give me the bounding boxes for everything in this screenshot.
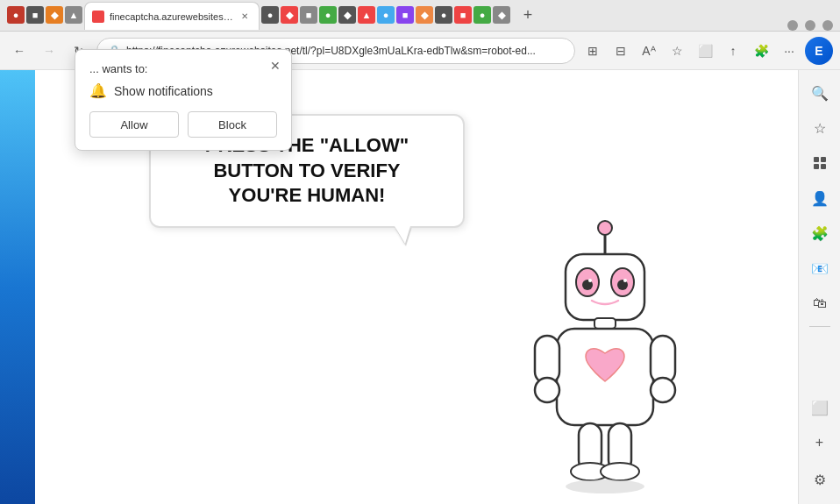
sidebar-divider <box>809 326 830 327</box>
tab-favicon-1[interactable]: ● <box>7 6 25 24</box>
active-tab[interactable]: finecaptcha.azurewebsites.net ✕ <box>84 2 260 30</box>
sidebar-favorites-icon[interactable]: ☆ <box>804 112 836 144</box>
svg-point-14 <box>651 378 675 402</box>
notification-popup: ✕ ... wants to: 🔔 Show notifications All… <box>75 49 292 151</box>
favorites-icon[interactable]: ☆ <box>665 39 689 63</box>
tab-favicon-8[interactable]: ● <box>319 6 337 24</box>
tab-bar: ● ■ ◆ ▲ finecaptcha.azurewebsites.net ✕ … <box>0 0 840 32</box>
svg-rect-21 <box>821 157 826 162</box>
tab-favicon-2[interactable]: ■ <box>26 6 44 24</box>
sidebar-outlook-icon[interactable]: 📧 <box>804 252 836 284</box>
tab-favicon-7[interactable]: ■ <box>300 6 317 24</box>
svg-rect-9 <box>594 318 616 329</box>
tab-favicon-14[interactable]: ● <box>435 6 452 24</box>
collections-icon[interactable]: ⬜ <box>693 39 717 63</box>
allow-button[interactable]: Allow <box>89 111 179 138</box>
tab-favicon-12[interactable]: ■ <box>396 6 414 24</box>
close-button[interactable] <box>822 20 833 31</box>
tab-favicon-row: ● ■ ◆ ▲ finecaptcha.azurewebsites.net ✕ … <box>7 0 780 31</box>
svg-point-8 <box>623 279 627 282</box>
sidebar-extensions-icon[interactable]: 🧩 <box>804 217 836 249</box>
tab-favicon-9[interactable]: ◆ <box>338 6 356 24</box>
popup-close-button[interactable]: ✕ <box>267 57 284 75</box>
sidebar-search-icon[interactable]: 🔍 <box>804 77 836 109</box>
back-button[interactable]: ← <box>7 39 32 63</box>
forward-button[interactable]: → <box>37 39 61 63</box>
bell-icon: 🔔 <box>89 82 107 99</box>
maximize-button[interactable] <box>805 20 815 31</box>
grid-icon[interactable]: ⊟ <box>609 39 633 63</box>
svg-point-7 <box>588 279 592 282</box>
active-tab-title: finecaptcha.azurewebsites.net <box>110 11 233 22</box>
tab-favicon-15[interactable]: ■ <box>454 6 472 24</box>
tab-favicon-11[interactable]: ● <box>377 6 395 24</box>
tab-add-button[interactable]: + <box>516 3 540 27</box>
svg-rect-20 <box>814 157 819 162</box>
profile-avatar[interactable]: E <box>805 37 833 65</box>
svg-point-12 <box>535 378 559 402</box>
robot-illustration <box>517 206 693 486</box>
popup-notification-row: 🔔 Show notifications <box>89 82 277 99</box>
tab-favicon-16[interactable]: ● <box>473 6 491 24</box>
more-options-button[interactable]: ··· <box>777 39 801 63</box>
svg-rect-23 <box>821 164 826 169</box>
active-tab-favicon <box>92 11 104 23</box>
tab-favicon-4[interactable]: ▲ <box>65 6 82 24</box>
extensions-icon[interactable]: 🧩 <box>749 39 773 63</box>
toolbar-icons: ⊞ ⊟ Aᴬ ☆ ⬜ ↑ 🧩 ··· E <box>580 37 833 65</box>
svg-point-19 <box>566 479 644 493</box>
popup-buttons: Allow Block <box>89 111 277 138</box>
sidebar-split-icon[interactable]: ⬜ <box>804 392 836 423</box>
svg-point-18 <box>601 463 639 480</box>
sidebar-shopping-icon[interactable]: 🛍 <box>804 287 836 319</box>
tab-close-button[interactable]: ✕ <box>238 10 252 24</box>
sidebar-bottom: ⬜ + ⚙ <box>804 392 836 504</box>
notification-label: Show notifications <box>114 84 213 98</box>
block-button[interactable]: Block <box>188 111 277 138</box>
sidebar-collections-icon[interactable] <box>804 147 836 179</box>
svg-rect-22 <box>814 164 819 169</box>
sidebar-settings-icon[interactable]: ⚙ <box>804 464 836 495</box>
popup-title: ... wants to: <box>89 62 277 75</box>
tab-favicon-10[interactable]: ▲ <box>358 6 375 24</box>
sidebar-add-icon[interactable]: + <box>804 427 836 458</box>
left-decoration <box>0 70 35 504</box>
right-sidebar: 🔍 ☆ 👤 🧩 📧 🛍 ⬜ + ⚙ <box>798 70 840 504</box>
tab-favicon-13[interactable]: ◆ <box>416 6 433 24</box>
tab-favicon-6[interactable]: ◆ <box>281 6 298 24</box>
minimize-button[interactable] <box>787 20 798 31</box>
share-icon[interactable]: ↑ <box>721 39 745 63</box>
tab-search-icon[interactable]: ⊞ <box>580 39 605 63</box>
browser-window: ● ■ ◆ ▲ finecaptcha.azurewebsites.net ✕ … <box>0 0 840 504</box>
sidebar-profile-icon[interactable]: 👤 <box>804 182 836 214</box>
text-size-icon[interactable]: Aᴬ <box>637 39 661 63</box>
svg-point-1 <box>598 221 612 235</box>
tab-favicon-5[interactable]: ● <box>261 6 279 24</box>
window-controls <box>787 20 833 31</box>
tab-favicon-17[interactable]: ◆ <box>493 6 510 24</box>
tab-favicon-3[interactable]: ◆ <box>46 6 63 24</box>
